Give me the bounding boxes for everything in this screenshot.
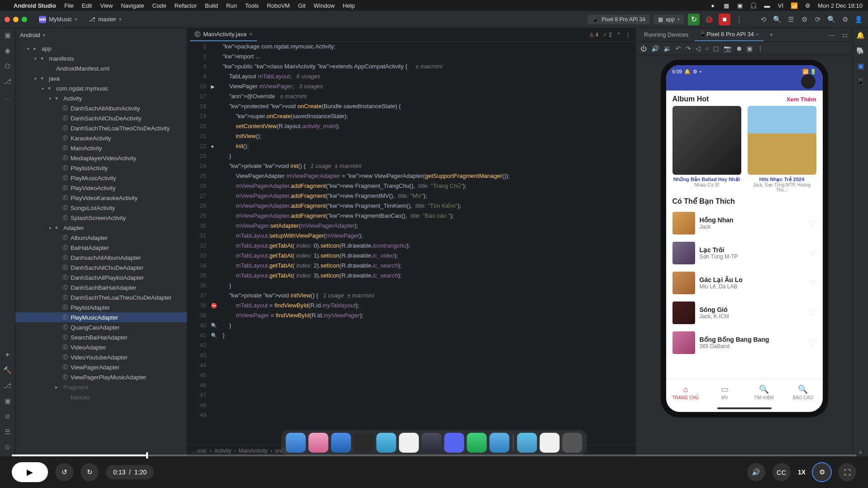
- forward-10-button[interactable]: ↻: [81, 463, 99, 481]
- dock-app[interactable]: [490, 433, 510, 453]
- menu-help[interactable]: Help: [343, 2, 355, 9]
- display-settings-icon[interactable]: ▣: [747, 45, 753, 52]
- tree-node[interactable]: ⒸDanhSachAllAlbumActivity: [15, 103, 187, 113]
- window-zoom[interactable]: [22, 17, 27, 22]
- terminal-tool-icon[interactable]: ▣: [3, 397, 12, 406]
- device-selector[interactable]: 📱 Pixel 8 Pro API 34: [587, 14, 650, 24]
- rotate-right-icon[interactable]: ↷: [686, 45, 691, 52]
- menu-git[interactable]: Git: [298, 2, 305, 9]
- dock-app[interactable]: [422, 433, 442, 453]
- song-row[interactable]: Bống Bống Bang Bang365 DaBand♡: [670, 328, 819, 358]
- song-row[interactable]: Hồng NhanJack♡: [670, 208, 819, 238]
- bookmarks-icon[interactable]: ✦: [3, 350, 12, 359]
- tree-node[interactable]: ⒸMainActivity: [15, 143, 187, 153]
- sync-gradle-icon[interactable]: ⚙: [799, 14, 809, 24]
- more-actions-icon[interactable]: ⋮: [734, 14, 744, 24]
- volume-up-icon[interactable]: 🔊: [651, 45, 659, 52]
- control-center-icon[interactable]: ⚙: [804, 2, 811, 9]
- problems-tool-icon[interactable]: ⊘: [3, 412, 12, 421]
- clock[interactable]: Mon 2 Dec 18:10: [818, 2, 863, 9]
- close-tab-icon[interactable]: ×: [756, 32, 758, 37]
- account-icon[interactable]: 👤: [854, 14, 863, 24]
- editor-body[interactable]: 1234161718192021222324252627282930313233…: [187, 42, 635, 445]
- breadcrumb-segment[interactable]: …usic: [192, 448, 207, 454]
- run-button[interactable]: ↻: [688, 14, 700, 25]
- settings-button[interactable]: ⚙: [813, 463, 831, 481]
- gradle-tool-icon[interactable]: 🐘: [856, 46, 865, 55]
- dock-app-android-studio[interactable]: [467, 433, 487, 453]
- editor-tab-mainactivity[interactable]: Ⓒ MainActivity.java ×: [190, 28, 257, 41]
- tree-node[interactable]: ⒸMediaplayerVideoActivity: [15, 153, 187, 163]
- menu-navigate[interactable]: Navigate: [121, 2, 144, 9]
- tree-node[interactable]: ⒸDanhSachTheLoaiTheoChuDeAdapter: [15, 292, 187, 302]
- back-icon[interactable]: ◁: [696, 45, 701, 52]
- favorite-icon[interactable]: ♡: [809, 278, 816, 288]
- tree-node[interactable]: ▸Fragment: [15, 382, 187, 392]
- rotate-left-icon[interactable]: ↶: [676, 45, 681, 52]
- volume-button[interactable]: 🔊: [747, 463, 765, 481]
- search-icon[interactable]: 🔍: [772, 14, 782, 24]
- project-tree[interactable]: ▾▸app▾▾manifestsAndroidManifest.xml▾▾jav…: [15, 42, 187, 456]
- more-tool-icon[interactable]: …: [3, 92, 12, 101]
- debug-button[interactable]: 🐞: [703, 14, 715, 25]
- view-more-link[interactable]: Xem Thêm: [787, 96, 816, 103]
- gesture-handle[interactable]: [666, 405, 823, 412]
- bottom-nav-item[interactable]: ▭MV: [705, 380, 744, 405]
- tree-node[interactable]: ⒸVideoAdapter: [15, 342, 187, 352]
- git-branch-selector[interactable]: ⎇ master ▾: [85, 14, 125, 24]
- tree-node[interactable]: ⒸDanhSachAllPlaylistAdapter: [15, 273, 187, 282]
- dock-app[interactable]: [399, 433, 419, 453]
- structure-tool-icon[interactable]: ⌬: [3, 62, 12, 71]
- window-minimize[interactable]: [13, 17, 19, 22]
- panel-options-icon[interactable]: ⚏: [840, 30, 849, 39]
- screenshot-icon[interactable]: 📷: [724, 45, 731, 52]
- tree-node[interactable]: ⒸBaiHatAdapter: [15, 243, 187, 253]
- tree-node[interactable]: ⒸDanhSachAllChuDeAdapter: [15, 263, 187, 273]
- tree-node[interactable]: ⒸPlayMusicAdapter: [15, 312, 187, 322]
- device-tab[interactable]: 📱 Pixel 8 Pro API 34 ×: [695, 28, 763, 41]
- build-tool-icon[interactable]: 🔨: [3, 366, 12, 375]
- dock-app-discord[interactable]: [444, 433, 464, 453]
- song-row[interactable]: Lạc TrôiSơn Tùng M-TP♡: [670, 238, 819, 268]
- toolwindow-icon[interactable]: ☰: [786, 14, 796, 24]
- project-tool-icon[interactable]: ▣: [3, 31, 12, 40]
- bottom-nav-item[interactable]: 🔍TÌM KIẾM: [744, 380, 784, 405]
- inspection-icon[interactable]: ⌃: [616, 32, 621, 38]
- song-row[interactable]: Gác Lại Âu LoMiu Lê, Da LAB♡: [670, 268, 819, 298]
- input-lang[interactable]: VI: [777, 2, 784, 9]
- dock-app-xcode[interactable]: [377, 433, 396, 453]
- captions-button[interactable]: CC: [773, 463, 791, 481]
- speed-button[interactable]: 1X: [798, 469, 806, 476]
- home-icon[interactable]: ○: [705, 45, 709, 52]
- tree-node[interactable]: ▾▾Adapter: [15, 223, 187, 233]
- commit-tool-icon[interactable]: ◉: [3, 46, 12, 55]
- tree-node[interactable]: ⒸPlayMusicActivity: [15, 173, 187, 183]
- tree-node[interactable]: ⒸPlayVideoActivity: [15, 183, 187, 193]
- dock-app[interactable]: [309, 433, 329, 453]
- tree-node[interactable]: ⒸSearchBaiHatAdapter: [15, 332, 187, 342]
- minimize-panel-icon[interactable]: —: [827, 30, 836, 39]
- project-view-selector[interactable]: Android ▾: [15, 28, 187, 42]
- tray-icon-1[interactable]: ▦: [723, 2, 730, 9]
- tree-node[interactable]: ⒸSplashScreenActivity: [15, 213, 187, 223]
- tree-node[interactable]: ▾▾com.ngdat.mymusic: [15, 83, 187, 93]
- tree-node[interactable]: ▾▸app: [15, 43, 187, 53]
- tree-node[interactable]: ⒸPlaylistAdapter: [15, 302, 187, 312]
- album-card[interactable]: Hits Nhạc Trẻ 2024 Jack, Sơn Tùng MTP, H…: [748, 106, 816, 192]
- tree-node[interactable]: baocao: [15, 392, 187, 402]
- device-screen[interactable]: 6:09 🔔 ⚙ • 📶 🔋 Album Hot Xem Th: [666, 65, 823, 412]
- favorite-icon[interactable]: ♡: [809, 338, 816, 348]
- add-device-tab[interactable]: +: [765, 28, 778, 41]
- app-menu[interactable]: Android Studio: [14, 2, 56, 9]
- dock-app-safari[interactable]: [331, 433, 351, 453]
- bottom-nav-item[interactable]: 🔍BÁO CÁO: [783, 380, 823, 405]
- song-list[interactable]: Hồng NhanJack♡Lạc TrôiSơn Tùng M-TP♡Gác …: [666, 208, 823, 358]
- menu-code[interactable]: Code: [153, 2, 167, 9]
- volume-down-icon[interactable]: 🔉: [663, 45, 671, 52]
- stop-button[interactable]: ■: [719, 14, 730, 25]
- wifi-icon[interactable]: 📶: [791, 2, 798, 9]
- play-button[interactable]: ▶: [12, 462, 48, 482]
- tree-node[interactable]: ▾▾Activity: [15, 93, 187, 103]
- menu-build[interactable]: Build: [205, 2, 218, 9]
- settings-icon[interactable]: ⚙: [840, 14, 850, 24]
